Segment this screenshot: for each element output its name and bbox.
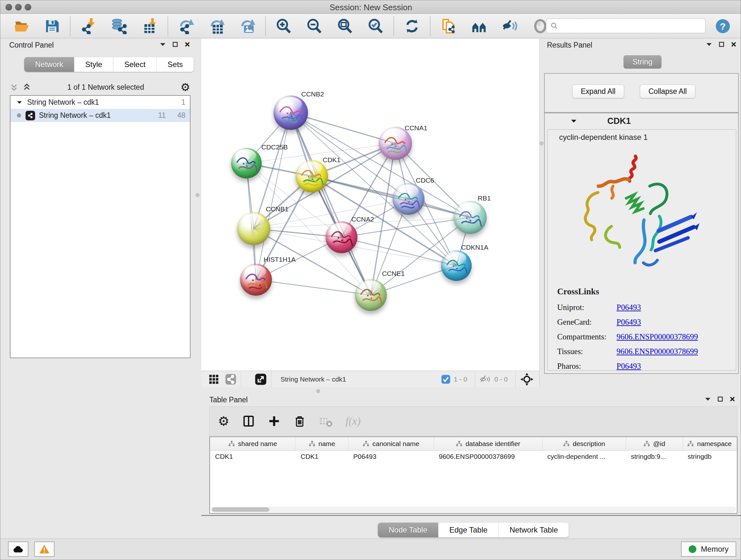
collapse-all-icon[interactable] (23, 83, 31, 91)
birds-eye-view-icon[interactable] (520, 373, 534, 386)
column-header-description[interactable]: description (542, 437, 626, 450)
tab-network[interactable]: Network (24, 57, 74, 72)
panel-menu-icon[interactable] (705, 397, 711, 401)
network-node-cdk1[interactable] (295, 160, 328, 192)
expand-all-icon[interactable] (10, 83, 18, 91)
network-node-rb1[interactable] (454, 201, 487, 234)
open-session-button[interactable] (13, 18, 30, 35)
tab-sets[interactable]: Sets (156, 57, 194, 72)
network-edge[interactable] (256, 280, 371, 295)
grid-view-icon[interactable] (208, 374, 219, 385)
network-edge[interactable] (312, 176, 470, 217)
zoom-out-button[interactable] (306, 18, 323, 35)
tab-node-table[interactable]: Node Table (378, 523, 438, 537)
search-box[interactable] (546, 18, 705, 33)
table-cell[interactable]: stringdb (683, 450, 736, 463)
table-cell[interactable]: cyclin-dependent ... (542, 450, 626, 463)
delete-column-icon[interactable] (293, 415, 306, 428)
table-cell[interactable]: 9606.ENSP00000378699 (434, 450, 542, 463)
memory-button[interactable]: Memory (681, 542, 736, 557)
tab-network-table[interactable]: Network Table (498, 523, 569, 537)
crosslink-link[interactable]: P06493 (616, 362, 641, 371)
search-input[interactable] (558, 19, 705, 32)
network-collection-row[interactable]: String Network – cdk1 1 (10, 96, 190, 109)
float-panel-icon[interactable] (718, 396, 723, 401)
open-in-window-icon[interactable] (255, 373, 267, 385)
column-header-database-identifier[interactable]: database identifier (434, 437, 542, 450)
first-neighbors-button[interactable] (471, 18, 487, 35)
hide-selected-button[interactable] (501, 18, 518, 35)
add-column-icon[interactable] (268, 415, 280, 428)
node-table[interactable]: shared namenamecanonical namedatabase id… (209, 436, 738, 514)
column-header-shared-name[interactable]: shared name (210, 437, 295, 450)
export-table-button[interactable] (208, 18, 225, 35)
table-options-gear-icon[interactable]: ⚙ (218, 415, 229, 428)
table-cell[interactable]: P06493 (348, 450, 434, 463)
network-edge[interactable] (291, 113, 371, 295)
hscrollbar-thumb[interactable] (212, 507, 269, 512)
crosslink-link[interactable]: P06493 (616, 303, 641, 312)
import-from-database-button[interactable] (111, 18, 127, 35)
column-header--id[interactable]: @id (626, 437, 683, 450)
zoom-fit-button[interactable] (337, 18, 353, 35)
collapse-all-button[interactable]: Collapse All (640, 84, 695, 98)
network-edge[interactable] (256, 113, 291, 280)
tab-style[interactable]: Style (74, 57, 113, 72)
tree-expander-icon[interactable] (17, 101, 22, 105)
network-canvas[interactable]: CCNB2CCNA1CDC25BCDK1CDC6RB1CCNB1CCNA2CDK… (201, 39, 540, 371)
entry-expander-icon[interactable] (571, 119, 577, 123)
float-panel-icon[interactable] (173, 42, 178, 47)
crosslink-link[interactable]: 9606.ENSP00000378699 (616, 347, 698, 356)
apply-layout-button[interactable] (404, 18, 420, 35)
network-node-ccnb1[interactable] (237, 212, 270, 245)
crosslink-link[interactable]: 9606.ENSP00000378699 (616, 332, 698, 341)
network-node-ccnb2[interactable] (273, 96, 308, 130)
close-panel-icon[interactable] (731, 42, 736, 47)
close-panel-icon[interactable] (730, 396, 735, 401)
panel-menu-icon[interactable] (706, 43, 712, 46)
show-columns-icon[interactable] (242, 415, 255, 428)
network-node-cdkn1a[interactable] (441, 250, 472, 281)
import-table-button[interactable] (141, 18, 158, 35)
selected-checkbox-icon[interactable] (441, 374, 451, 384)
tab-edge-table[interactable]: Edge Table (438, 523, 498, 537)
network-node-ccna2[interactable] (326, 221, 357, 253)
column-header-canonical-name[interactable]: canonical name (348, 437, 434, 450)
help-button[interactable]: ? (715, 18, 731, 34)
network-node-cdc25b[interactable] (231, 148, 262, 179)
network-node-ccne1[interactable] (355, 279, 387, 311)
warning-button[interactable] (34, 542, 55, 557)
duplicate-network-button[interactable] (440, 18, 457, 35)
table-cell[interactable]: CDK1 (295, 450, 348, 463)
table-hscrollbar[interactable] (211, 507, 736, 512)
table-cell[interactable]: CDK1 (210, 450, 295, 463)
tab-select[interactable]: Select (113, 57, 156, 72)
zoom-in-button[interactable] (275, 18, 292, 35)
network-options-gear-icon[interactable]: ⚙ (181, 82, 190, 92)
close-panel-icon[interactable] (185, 42, 190, 47)
table-row[interactable]: CDK1CDK1P064939606.ENSP00000378699cyclin… (210, 450, 737, 463)
crosslink-link[interactable]: P06493 (616, 318, 641, 327)
export-image-button[interactable] (239, 18, 256, 35)
horizontal-splitter-handle[interactable] (316, 389, 320, 393)
save-session-button[interactable] (44, 18, 60, 35)
zoom-selected-button[interactable] (367, 18, 384, 35)
table-cell[interactable]: stringdb:9... (626, 450, 683, 463)
expand-all-button[interactable]: Expand All (572, 84, 624, 98)
column-header-namespace[interactable]: namespace (683, 437, 736, 450)
result-entry-header[interactable]: CDK1 (545, 113, 738, 129)
panel-menu-icon[interactable] (160, 43, 165, 46)
cloud-button[interactable] (8, 542, 28, 557)
right-splitter-handle[interactable] (540, 141, 543, 145)
import-network-button[interactable] (80, 18, 97, 35)
column-header-name[interactable]: name (295, 437, 348, 450)
delete-table-icon[interactable] (319, 415, 333, 428)
network-node-hist1h1a[interactable] (240, 264, 272, 296)
float-panel-icon[interactable] (719, 42, 724, 47)
network-row[interactable]: String Network – cdk1 11 48 (10, 109, 190, 122)
network-node-cdc6[interactable] (393, 183, 424, 215)
tab-string[interactable]: String (623, 55, 662, 69)
function-builder-icon[interactable]: f(x) (346, 415, 360, 427)
left-splitter-handle[interactable] (196, 193, 199, 197)
export-network-button[interactable] (178, 18, 194, 35)
